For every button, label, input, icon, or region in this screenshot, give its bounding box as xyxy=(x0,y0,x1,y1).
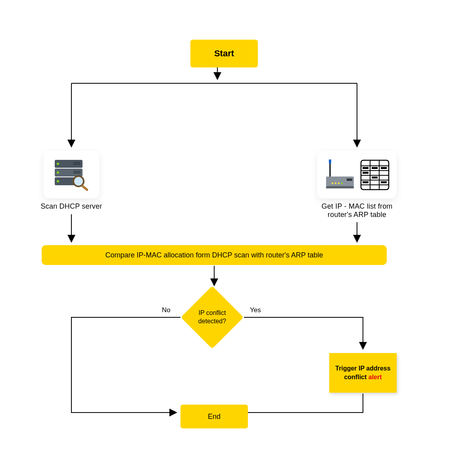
svg-point-24 xyxy=(332,182,333,184)
svg-point-10 xyxy=(57,171,59,174)
dhcp-server-card xyxy=(44,151,99,198)
decision-yes-label: Yes xyxy=(250,306,261,314)
svg-rect-37 xyxy=(363,167,369,169)
trigger-alert-text: alert xyxy=(369,374,382,380)
svg-rect-38 xyxy=(372,167,378,169)
svg-rect-23 xyxy=(329,159,331,163)
decision-label: IP conflict detected? xyxy=(192,309,232,326)
compare-node: Compare IP-MAC allocation form DHCP scan… xyxy=(42,245,387,265)
svg-rect-13 xyxy=(73,164,81,165)
decision-no-label: No xyxy=(162,306,171,314)
svg-rect-15 xyxy=(73,173,81,173)
trigger-alert-node: Trigger IP address conflict alert xyxy=(329,353,397,393)
router-arp-card xyxy=(317,151,397,198)
svg-point-25 xyxy=(335,182,336,184)
svg-rect-14 xyxy=(73,171,81,172)
svg-rect-42 xyxy=(381,181,387,183)
scan-dhcp-label: Scan DHCP server xyxy=(38,202,105,211)
svg-rect-43 xyxy=(363,181,369,183)
svg-point-26 xyxy=(338,182,340,184)
flowchart-canvas: Start Scan DHCP server xyxy=(0,0,476,476)
svg-point-11 xyxy=(57,180,59,182)
svg-rect-19 xyxy=(81,184,88,191)
svg-rect-39 xyxy=(381,167,387,169)
trigger-text: Trigger IP address conflict xyxy=(335,365,390,380)
svg-rect-22 xyxy=(329,163,331,177)
end-node: End xyxy=(180,405,248,428)
svg-rect-41 xyxy=(372,177,378,178)
svg-point-27 xyxy=(341,182,343,184)
svg-point-18 xyxy=(73,176,84,186)
svg-rect-20 xyxy=(326,177,354,186)
svg-rect-12 xyxy=(73,162,81,163)
start-node: Start xyxy=(190,40,258,67)
get-arp-label: Get IP - MAC list from router's ARP tabl… xyxy=(313,202,401,219)
decision-node: IP conflict detected? xyxy=(180,286,244,349)
end-label: End xyxy=(208,413,221,421)
compare-label: Compare IP-MAC allocation form DHCP scan… xyxy=(106,251,323,259)
svg-rect-40 xyxy=(363,172,369,174)
start-label: Start xyxy=(214,48,234,59)
server-icon xyxy=(52,157,91,192)
svg-point-9 xyxy=(57,163,59,165)
router-table-icon xyxy=(321,155,393,194)
svg-rect-21 xyxy=(326,186,354,188)
svg-rect-28 xyxy=(347,178,352,181)
